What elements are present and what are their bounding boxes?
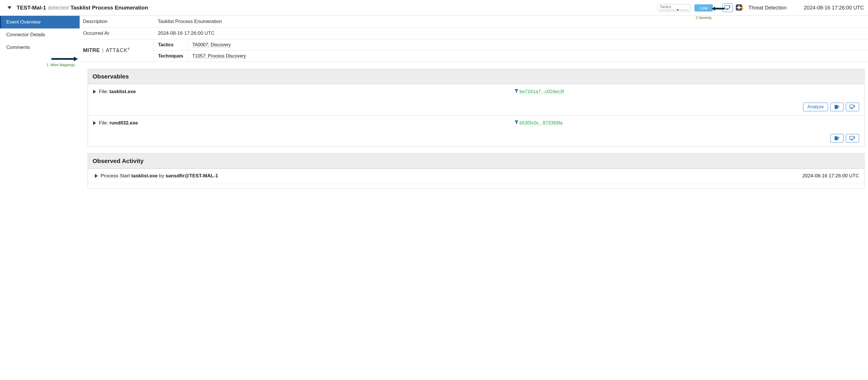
activity-time: 2024-08-16 17:26:00 UTC <box>802 173 859 179</box>
observable-type: File: tasklist.exe <box>99 89 136 95</box>
sidebar: Event Overview Connector Details Comment… <box>0 16 80 195</box>
sidebar-item-connector-details[interactable]: Connector Details <box>0 28 80 41</box>
expand-caret-icon[interactable] <box>93 90 96 94</box>
expand-caret-icon[interactable] <box>95 174 98 178</box>
svg-marker-0 <box>712 7 724 11</box>
sidebar-item-label: Comments <box>6 44 30 50</box>
detected-word: detected <box>48 5 69 11</box>
host-name: TEST-Mal-1 <box>17 5 46 11</box>
occurred-label: Occurred At <box>80 28 154 39</box>
activity-blank-row <box>88 183 864 189</box>
mitre-annotation: 1. Mitre Mappings <box>0 63 78 67</box>
observables-heading: Observables <box>88 69 864 84</box>
svg-rect-2 <box>726 9 728 9</box>
add-bolt-icon[interactable] <box>736 4 744 11</box>
severity-badge: Low <box>694 4 713 11</box>
annotation-arrow-icon <box>712 7 724 11</box>
observables-panel: Observables File: tasklist.exe be7241a <box>88 69 865 147</box>
activity-row: Process Start tasklist.exe by sansdfir@T… <box>88 169 864 183</box>
tactics-indicator-label: Tactics <box>660 5 688 9</box>
collapse-caret-icon[interactable] <box>7 6 11 9</box>
tactics-value[interactable]: TA0007: Discovery <box>192 42 231 48</box>
mitre-word: MITRE <box>83 48 100 54</box>
tactics-dots <box>660 9 688 11</box>
observable-row: File: tasklist.exe be7241a7...c024ec3f <box>88 84 864 116</box>
header-timestamp: 2024-08-16 17:26:00 UTC <box>804 5 864 11</box>
filter-icon[interactable] <box>515 121 519 126</box>
monitor-action-button[interactable] <box>846 103 859 111</box>
tactics-label: Tactics <box>154 39 188 50</box>
analyze-button[interactable]: Analyze <box>803 103 828 111</box>
observable-hash[interactable]: b53f3c0c...873393fa <box>520 120 563 126</box>
observed-activity-panel: Observed Activity Process Start tasklist… <box>88 153 865 189</box>
file-action-button[interactable] <box>830 103 843 111</box>
svg-marker-9 <box>515 89 519 93</box>
main-content: Description Tasklist Process Enumeration… <box>80 16 868 195</box>
event-name: Tasklist Process Enumeration <box>70 5 148 11</box>
sidebar-item-label: Connector Details <box>6 32 45 37</box>
observable-row: File: rundll32.exe b53f3c0c...873393fa <box>88 116 864 147</box>
description-value: Tasklist Process Enumeration <box>154 16 868 27</box>
file-action-button[interactable] <box>830 134 843 142</box>
event-header: TEST-Mal-1 detected Tasklist Process Enu… <box>0 0 868 16</box>
svg-marker-8 <box>52 57 78 61</box>
svg-rect-1 <box>725 5 730 9</box>
activity-text: Process Start tasklist.exe by sansdfir@T… <box>101 173 218 179</box>
sidebar-item-event-overview[interactable]: Event Overview <box>0 16 80 28</box>
annotation-arrow-icon <box>0 57 78 61</box>
monitor-action-button[interactable] <box>846 134 859 142</box>
description-label: Description <box>80 16 154 27</box>
occurred-value: 2024-08-16 17:26:00 UTC <box>154 28 868 39</box>
techniques-label: Techniques <box>154 51 188 62</box>
sidebar-item-label: Event Overview <box>6 19 40 25</box>
observable-hash[interactable]: be7241a7...c024ec3f <box>520 89 564 95</box>
svg-rect-3 <box>726 9 728 10</box>
sidebar-item-comments[interactable]: Comments <box>0 41 80 54</box>
expand-caret-icon[interactable] <box>93 121 96 125</box>
tactics-indicator[interactable]: Tactics <box>658 4 690 12</box>
techniques-value[interactable]: T1057: Process Discovery <box>192 54 246 59</box>
svg-rect-11 <box>851 108 852 108</box>
observed-activity-heading: Observed Activity <box>88 154 864 169</box>
threat-detection-label: Threat Detection <box>748 5 787 11</box>
filter-icon[interactable] <box>515 89 519 94</box>
svg-rect-15 <box>851 139 852 140</box>
severity-annotation: 2.Severity <box>695 16 712 20</box>
svg-rect-6 <box>737 7 741 8</box>
observable-type: File: rundll32.exe <box>99 120 138 126</box>
attck-word: ATT&CK <box>106 48 128 53</box>
svg-rect-14 <box>849 136 854 139</box>
mitre-brand-label: MITRE | ATT&CK® <box>80 39 154 62</box>
svg-rect-10 <box>849 105 854 108</box>
svg-marker-13 <box>515 121 519 124</box>
